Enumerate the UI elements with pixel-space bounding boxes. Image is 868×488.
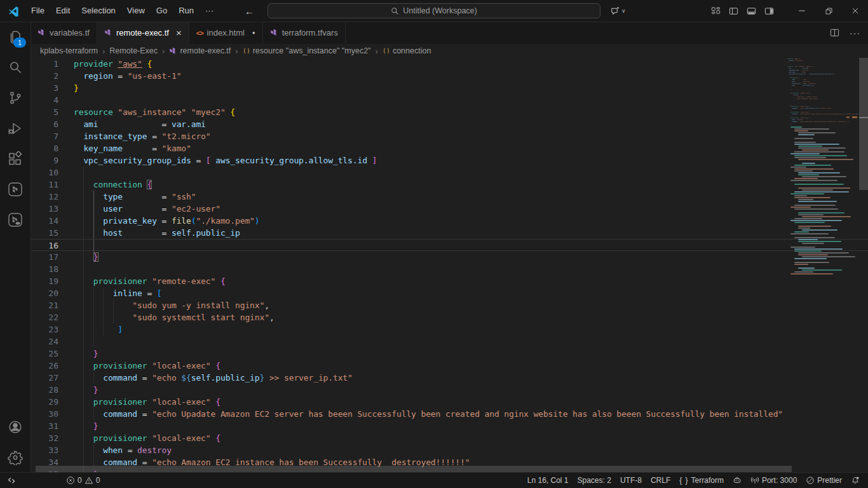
breadcrumb-item[interactable]: resource "aws_instance" "myec2" <box>243 46 371 55</box>
more-actions-button[interactable]: ··· <box>850 28 860 38</box>
activity-bar-item-extensions[interactable] <box>0 144 31 174</box>
line-number[interactable]: 23 <box>31 323 58 336</box>
activity-bar-item-settings[interactable] <box>0 442 31 473</box>
activity-bar-item-explorer[interactable]: 1 <box>0 22 31 52</box>
line-number[interactable]: 29 <box>31 396 58 408</box>
menu-item-selection[interactable]: Selection <box>76 4 121 18</box>
customize-layout-button[interactable] <box>707 0 724 22</box>
split-editor-button[interactable] <box>830 28 839 37</box>
indent-guide <box>93 336 94 348</box>
line-number[interactable]: 8 <box>31 142 58 154</box>
line-number[interactable]: 18 <box>31 263 58 275</box>
menu-item-file[interactable]: File <box>25 4 50 18</box>
command-center[interactable]: Untitled (Workspace) <box>268 3 600 18</box>
line-number[interactable]: 13 <box>31 203 58 215</box>
line-number[interactable]: 31 <box>31 420 58 432</box>
status-eol[interactable]: CRLF <box>646 473 675 488</box>
breadcrumb-item[interactable]: connection <box>383 46 431 55</box>
activity-bar-item-terraform[interactable] <box>0 174 31 205</box>
breadcrumb-item[interactable]: Remote-Exec <box>109 46 158 55</box>
chevron-down-icon: ∨ <box>621 8 626 14</box>
status-remote-indicator[interactable] <box>3 473 21 488</box>
tab-terraform-tfvars[interactable]: terraform.tfvars <box>263 22 346 44</box>
line-number[interactable]: 12 <box>31 191 58 203</box>
tab-variables-tf[interactable]: variables.tf <box>31 22 97 44</box>
activity-bar-item-accounts[interactable] <box>0 412 31 442</box>
status-notifications[interactable] <box>846 473 864 488</box>
code-editor[interactable]: 1provider "aws" {2 region = "us-east-1"3… <box>31 58 868 473</box>
status-label: Ln 16, Col 1 <box>527 476 569 485</box>
line-number[interactable]: 2 <box>31 70 58 82</box>
code-text: region = "us-east-1" <box>74 70 181 82</box>
horizontal-scrollbar-thumb[interactable] <box>36 466 792 472</box>
breadcrumb-item[interactable]: kplabs-terraform <box>40 46 98 55</box>
line-number[interactable]: 16 <box>31 240 58 252</box>
close-tab-icon[interactable]: × <box>176 28 182 37</box>
menu-item-run[interactable]: Run <box>173 4 200 18</box>
status-encoding[interactable]: UTF-8 <box>616 473 646 488</box>
tab-remote-exec-tf[interactable]: remote-exec.tf× <box>97 22 189 44</box>
line-number[interactable]: 7 <box>31 130 58 142</box>
line-number[interactable]: 27 <box>31 372 58 384</box>
activity-bar-item-terraform-cloud[interactable] <box>0 205 31 235</box>
line-number[interactable]: 26 <box>31 360 58 372</box>
vertical-scrollbar[interactable] <box>859 58 868 473</box>
modified-dot-icon: ● <box>252 30 255 36</box>
toggle-panel-button[interactable] <box>742 0 760 22</box>
back-arrow-icon[interactable]: ← <box>245 6 254 17</box>
line-number[interactable]: 17 <box>31 251 58 263</box>
activity-bar-item-source-control[interactable] <box>0 83 31 113</box>
status-copilot[interactable] <box>728 473 746 488</box>
source-control-icon <box>8 90 23 105</box>
code-text: "sudo systemctl start nginx", <box>74 311 275 323</box>
status-indentation[interactable]: Spaces: 2 <box>573 473 616 488</box>
line-number[interactable]: 25 <box>31 348 58 360</box>
status-prettier[interactable]: Prettier <box>801 473 846 488</box>
symbol-icon <box>383 47 390 55</box>
minimap-content: provider "aws" { region = "us-east-1"}re… <box>787 58 859 125</box>
status-cursor-position[interactable]: Ln 16, Col 1 <box>523 473 573 488</box>
activity-bar-item-run-and-debug[interactable] <box>0 113 31 144</box>
restore-button[interactable] <box>816 0 841 22</box>
line-number[interactable]: 22 <box>31 311 58 323</box>
activity-badge: 1 <box>13 37 26 48</box>
line-number[interactable]: 10 <box>31 166 58 179</box>
vertical-scrollbar-thumb[interactable] <box>859 58 868 190</box>
copilot-chat-button[interactable]: ∨ <box>610 0 626 22</box>
toggle-primary-sidebar-button[interactable] <box>724 0 742 22</box>
line-number[interactable]: 20 <box>31 287 58 299</box>
line-number[interactable]: 28 <box>31 384 58 396</box>
breadcrumb-item[interactable]: remote-exec.tf <box>169 46 231 55</box>
tab-index-html[interactable]: <>index.html● <box>189 22 263 44</box>
status-language-mode[interactable]: { }Terraform <box>675 473 728 488</box>
line-number[interactable]: 4 <box>31 94 58 106</box>
line-number[interactable]: 19 <box>31 275 58 287</box>
line-number[interactable]: 5 <box>31 106 58 118</box>
line-number[interactable]: 3 <box>31 82 58 94</box>
code-line: 20 inline = [ <box>31 287 868 299</box>
line-number[interactable]: 21 <box>31 299 58 311</box>
menu-item-view[interactable]: View <box>121 4 151 18</box>
status-problems[interactable]: 00 <box>62 473 104 488</box>
minimize-button[interactable] <box>789 0 815 22</box>
line-number[interactable]: 32 <box>31 432 58 444</box>
code-text: when = destroy <box>74 444 172 456</box>
line-number[interactable]: 6 <box>31 118 58 130</box>
line-number[interactable]: 9 <box>31 154 58 166</box>
line-number[interactable]: 15 <box>31 227 58 239</box>
line-number[interactable]: 24 <box>31 336 58 348</box>
line-number[interactable]: 30 <box>31 408 58 420</box>
minimap[interactable]: provider "aws" { region = "us-east-1"}re… <box>787 58 859 473</box>
activity-bar-item-search[interactable] <box>0 52 31 83</box>
menu-item-go[interactable]: Go <box>151 4 173 18</box>
status-port-forward[interactable]: Port: 3000 <box>746 473 801 488</box>
menu-item-edit[interactable]: Edit <box>50 4 76 18</box>
line-number[interactable]: 11 <box>31 179 58 191</box>
line-number[interactable]: 33 <box>31 444 58 456</box>
code-text: ] <box>74 323 123 336</box>
toggle-secondary-sidebar-button[interactable] <box>760 0 778 22</box>
line-number[interactable]: 14 <box>31 215 58 227</box>
close-window-button[interactable] <box>843 0 868 22</box>
line-number[interactable]: 1 <box>31 58 58 70</box>
menu-item-more[interactable]: ··· <box>200 4 219 18</box>
